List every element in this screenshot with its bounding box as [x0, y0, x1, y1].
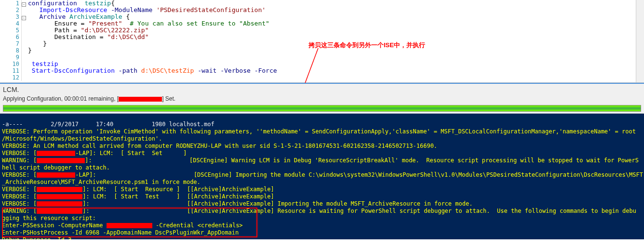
line-number: 7	[0, 40, 21, 47]
lcm-status-prefix: Applying Configuration, 00:00:01 remaini…	[3, 95, 119, 102]
redacted	[37, 201, 82, 207]
console-line: VERBOSE: [-LAP]: LCM: [ Start Set ]	[2, 150, 187, 157]
console-output-pane[interactable]: -a---- 2/9/2017 17:40 1980 localhost.mof…	[0, 114, 644, 239]
console-line: VERBOSE: []: LCM: [ Start Test ] [[Archi…	[2, 193, 274, 200]
code-line[interactable]: Import-DscResource -ModuleName 'PSDesire…	[28, 7, 644, 13]
annotation-red-box	[2, 208, 257, 237]
redacted	[37, 187, 82, 192]
console-line: VERBOSE: []: LCM: [ Start Resource ] [[A…	[2, 186, 274, 193]
line-number: 12	[0, 74, 21, 81]
redacted-computer-name	[119, 97, 162, 102]
console-line: _ArchiveResource\MSFT_ArchiveResource.ps…	[2, 179, 201, 185]
code-area[interactable]: configuration testzip{ Import-DscResourc…	[28, 0, 644, 81]
fold-toggle[interactable]: -	[22, 2, 26, 7]
line-number: 5	[0, 27, 21, 34]
line-number: 11	[0, 67, 21, 74]
code-line[interactable]	[28, 74, 644, 81]
line-number: 8	[0, 47, 21, 54]
lcm-status-line: Applying Configuration, 00:00:01 remaini…	[3, 94, 641, 103]
code-line[interactable]: Archive ArchiveExample {	[28, 13, 644, 20]
lcm-status-pane: LCM. Applying Configuration, 00:00:01 re…	[0, 83, 644, 114]
console-line: VERBOSE: An LCM method call arrived from…	[2, 143, 437, 149]
redacted	[37, 151, 75, 156]
fold-column: --	[22, 0, 27, 81]
line-number: 4	[0, 20, 21, 27]
editor-scrollbar-vertical[interactable]	[636, 0, 644, 82]
code-line[interactable]: Destination = "d:\DSC\dd"	[28, 34, 644, 40]
annotation-text: 拷贝这三条命令到另外一个ISE中，并执行	[309, 41, 425, 50]
line-number: 3	[0, 13, 21, 20]
line-number: 9	[0, 54, 21, 61]
code-line[interactable]: Path = "d:\DSC\22222.zip"	[28, 27, 644, 34]
line-number: 2	[0, 7, 21, 13]
fold-toggle[interactable]: -	[22, 16, 26, 20]
console-line: VERBOSE: []: [[Archive]ArchiveExample] I…	[2, 200, 472, 207]
redacted	[37, 172, 75, 178]
code-line[interactable]	[28, 54, 644, 61]
console-line: -a---- 2/9/2017 17:40 1980 localhost.mof	[2, 121, 215, 128]
line-number: 6	[0, 34, 21, 40]
console-line: VERBOSE: Perform operation 'Invoke CimMe…	[2, 128, 636, 135]
line-number: 1	[0, 0, 21, 7]
line-number-gutter: 123456789101112	[0, 0, 22, 81]
code-line[interactable]: testzip	[28, 61, 644, 67]
console-line: /Microsoft/Windows/DesiredStateConfigura…	[2, 135, 162, 142]
code-line[interactable]: Start-DscConfiguration -path d:\DSC\test…	[28, 67, 644, 74]
progress-bar	[3, 105, 641, 112]
redacted	[37, 194, 82, 199]
line-number: 10	[0, 61, 21, 67]
console-line: hell script debugger to attach.	[2, 164, 110, 171]
console-line: VERBOSE: [-LAP]: [DSCEngine] Importing t…	[2, 171, 643, 178]
code-line[interactable]: configuration testzip{	[28, 0, 644, 7]
lcm-status-suffix: ] Set.	[162, 95, 175, 102]
lcm-title: LCM.	[3, 85, 641, 94]
console-line: WARNING: []: [DSCEngine] Warning LCM is …	[2, 157, 639, 164]
bottom-strip	[0, 239, 644, 248]
code-line[interactable]: Ensure = "Present" # You can also set En…	[28, 20, 644, 27]
redacted	[37, 158, 85, 163]
